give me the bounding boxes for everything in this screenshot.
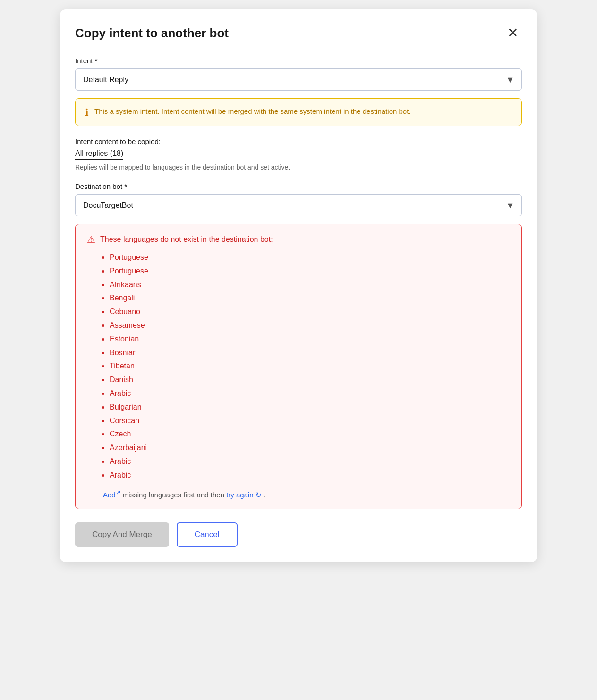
modal-title: Copy intent to another bot <box>75 26 229 41</box>
destination-select-wrapper: DocuTargetBot ▼ <box>75 194 522 216</box>
list-item: Arabic <box>110 455 510 469</box>
intent-field-label: Intent * <box>75 57 522 65</box>
error-title: These languages do not exist in the dest… <box>100 235 273 244</box>
warning-icon: ⚠ <box>87 234 95 245</box>
error-languages-list: Portuguese Portuguese Afrikaans Bengali … <box>87 251 510 482</box>
destination-field-label: Destination bot * <box>75 182 522 190</box>
list-item: Tibetan <box>110 359 510 373</box>
copy-and-merge-button[interactable]: Copy And Merge <box>75 522 169 547</box>
info-icon: ℹ <box>85 107 89 118</box>
try-again-link[interactable]: try again ↻ <box>226 491 262 499</box>
list-item: Afrikaans <box>110 278 510 292</box>
list-item: Bengali <box>110 291 510 305</box>
modal-header: Copy intent to another bot ✕ <box>75 25 522 42</box>
error-footer: Add↗ missing languages first and then tr… <box>87 489 510 499</box>
refresh-icon: ↻ <box>254 491 262 499</box>
destination-section: Destination bot * DocuTargetBot ▼ <box>75 182 522 216</box>
list-item: Portuguese <box>110 265 510 278</box>
intent-content-label: Intent content to be copied: <box>75 137 522 145</box>
list-item: Arabic <box>110 469 510 482</box>
list-item: Arabic <box>110 387 510 401</box>
modal-dialog: Copy intent to another bot ✕ Intent * De… <box>60 9 537 562</box>
list-item: Assamese <box>110 319 510 333</box>
list-item: Cebuano <box>110 305 510 319</box>
list-item: Danish <box>110 373 510 387</box>
cancel-button[interactable]: Cancel <box>177 522 238 547</box>
footer-buttons: Copy And Merge Cancel <box>75 522 522 547</box>
external-link-icon: ↗ <box>116 489 121 496</box>
list-item: Corsican <box>110 414 510 428</box>
close-button[interactable]: ✕ <box>503 25 522 42</box>
intent-select[interactable]: Default Reply <box>75 68 522 91</box>
list-item: Azerbaijani <box>110 441 510 455</box>
error-footer-middle: missing languages first and then <box>123 491 226 499</box>
intent-content-hint: Replies will be mapped to languages in t… <box>75 163 522 171</box>
error-header: ⚠ These languages do not exist in the de… <box>87 234 510 245</box>
error-footer-suffix: . <box>264 491 265 499</box>
intent-select-wrapper: Default Reply ▼ <box>75 68 522 91</box>
list-item: Portuguese <box>110 251 510 265</box>
error-banner: ⚠ These languages do not exist in the de… <box>75 224 522 509</box>
list-item: Czech <box>110 427 510 441</box>
add-link[interactable]: Add↗ <box>103 491 121 499</box>
list-item: Bulgarian <box>110 401 510 414</box>
info-banner-text: This a system intent. Intent content wil… <box>94 106 411 117</box>
destination-select[interactable]: DocuTargetBot <box>75 194 522 216</box>
info-banner: ℹ This a system intent. Intent content w… <box>75 98 522 126</box>
intent-content-tab[interactable]: All replies (18) <box>75 149 123 160</box>
list-item: Bosnian <box>110 346 510 360</box>
list-item: Estonian <box>110 333 510 346</box>
